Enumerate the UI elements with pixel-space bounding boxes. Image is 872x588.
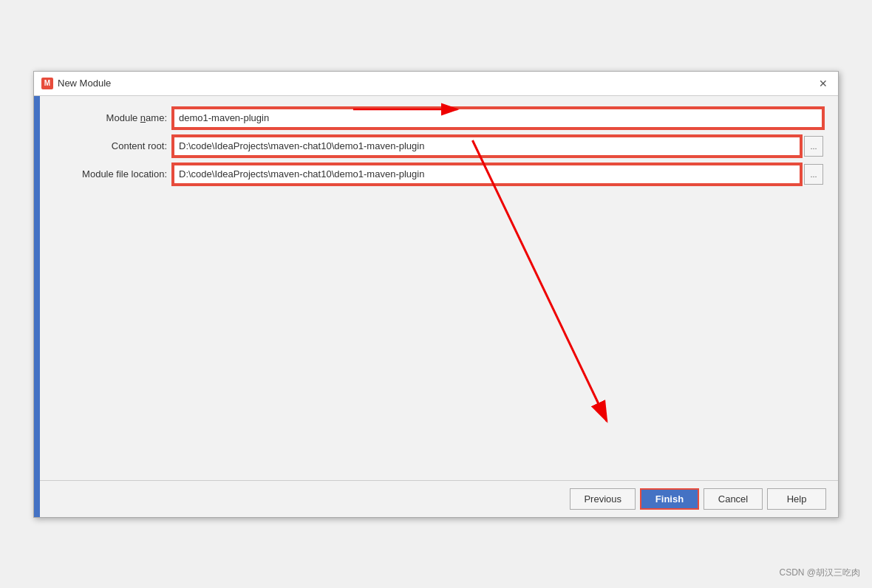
dialog-body: Module name: Content root: ... — [34, 96, 838, 517]
finish-button[interactable]: Finish — [640, 488, 699, 510]
previous-button[interactable]: Previous — [570, 488, 636, 510]
sidebar-strip — [34, 96, 40, 517]
watermark: CSDN @胡汉三吃肉 — [779, 567, 860, 579]
module-name-input[interactable] — [173, 108, 823, 129]
cancel-button[interactable]: Cancel — [704, 488, 763, 510]
dialog-title: New Module — [58, 78, 111, 89]
content-root-browse-button[interactable]: ... — [804, 136, 823, 157]
module-file-label: Module file location: — [55, 168, 173, 180]
help-button[interactable]: Help — [767, 488, 826, 510]
dialog-icon: M — [41, 78, 53, 89]
close-button[interactable]: ✕ — [816, 76, 831, 91]
module-name-label: Module name: — [55, 112, 173, 123]
content-root-label: Content root: — [55, 140, 173, 151]
title-left: M New Module — [41, 78, 111, 89]
dialog-titlebar: M New Module ✕ — [34, 72, 838, 96]
content-root-input-wrapper: ... — [173, 136, 823, 157]
module-name-input-wrapper — [173, 108, 823, 129]
dialog-content: Module name: Content root: ... — [40, 96, 838, 480]
main-content: Module name: Content root: ... — [40, 96, 838, 517]
module-file-row: Module file location: ... — [55, 164, 823, 185]
content-root-input[interactable] — [173, 136, 801, 157]
module-name-row: Module name: — [55, 108, 823, 129]
dialog-footer: Previous Finish Cancel Help — [40, 480, 838, 517]
module-file-input-wrapper: ... — [173, 164, 823, 185]
module-file-input[interactable] — [173, 164, 801, 185]
new-module-dialog: M New Module ✕ Module name: Cont — [33, 71, 839, 518]
module-file-browse-button[interactable]: ... — [804, 164, 823, 185]
content-root-row: Content root: ... — [55, 136, 823, 157]
